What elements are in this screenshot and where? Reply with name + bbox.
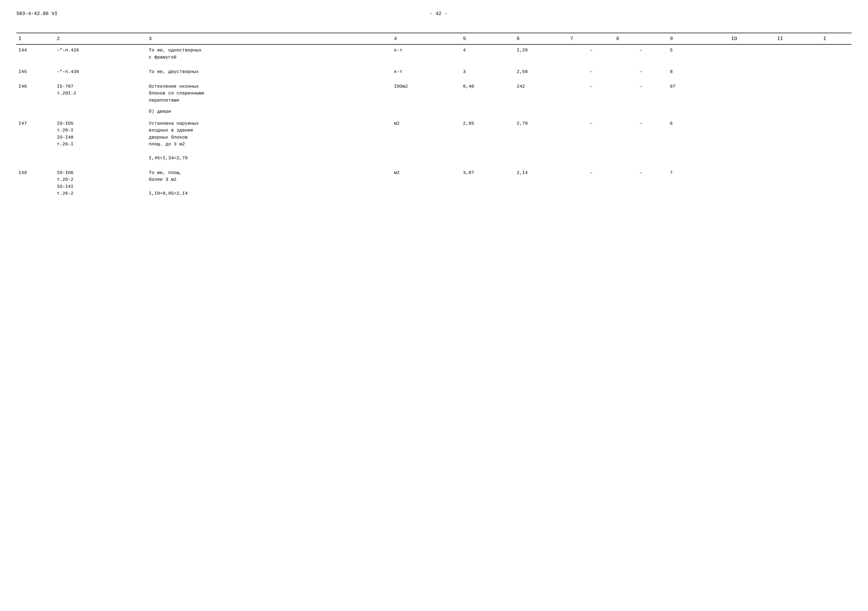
row-col11 <box>775 44 821 63</box>
row-col8: – <box>614 117 668 164</box>
row-col12 <box>821 78 852 106</box>
row-col7: – <box>568 63 614 78</box>
row-desc: Остекление оконныхблоков со спареннымипе… <box>147 78 392 106</box>
row-col10 <box>729 63 775 78</box>
row-col11 <box>775 63 821 78</box>
row-col12 <box>821 164 852 199</box>
row-col5: 4 <box>461 44 515 63</box>
row-col5: 0,40 <box>461 78 515 106</box>
row-unit: м2 <box>392 117 461 164</box>
row-col10 <box>729 117 775 164</box>
row-col6: 2,58 <box>515 63 568 78</box>
col-header-10: IO <box>729 33 775 44</box>
row-col10 <box>729 78 775 106</box>
row-col10 <box>729 44 775 63</box>
row-desc: То же, двустворных <box>147 63 392 78</box>
section-label: б) двери <box>147 106 392 117</box>
row-col5: 3 <box>461 63 515 78</box>
row-desc: Установка наружныхвходных в зданиедверны… <box>147 117 392 164</box>
row-id: I46 <box>16 78 55 106</box>
col-header-4: 4 <box>392 33 461 44</box>
row-col11 <box>775 117 821 164</box>
table-row: I47 IO-IO5 т.20-I IO-I40 т.26-I Установк… <box>16 117 852 164</box>
row-unit: к-т <box>392 44 461 63</box>
row-unit: м2 <box>392 164 461 199</box>
row-col9: 5 <box>668 44 729 63</box>
row-col9: 7 <box>668 164 729 199</box>
col-header-6: 6 <box>515 33 568 44</box>
row-col12 <box>821 117 852 164</box>
col-header-11: II <box>775 33 821 44</box>
row-col12 <box>821 63 852 78</box>
table-row: I48 IO-IO6 т.20-2 IO-I4I т.26-2 То же, п… <box>16 164 852 199</box>
row-ref: IO-IO6 т.20-2 IO-I4I т.26-2 <box>55 164 147 199</box>
row-col8: – <box>614 63 668 78</box>
header-center: - 42 - <box>429 11 447 16</box>
row-col8: – <box>614 164 668 199</box>
col-header-7: 7 <box>568 33 614 44</box>
row-col11 <box>775 78 821 106</box>
row-col5: 2,05 <box>461 117 515 164</box>
row-ref: IO-IO5 т.20-I IO-I40 т.26-I <box>55 117 147 164</box>
row-col10 <box>729 164 775 199</box>
header-left: 503-4-42.86 VI <box>16 11 57 16</box>
row-col8: – <box>614 44 668 63</box>
row-id: I47 <box>16 117 55 164</box>
table-row: I46 I5-707 т.20I-2 Остекление оконныхбло… <box>16 78 852 106</box>
col-header-9: 9 <box>668 33 729 44</box>
col-header-1: I <box>16 33 55 44</box>
row-desc: То же, площ.более 3 м2I,I9+0,95=2,I4 <box>147 164 392 199</box>
col-header-12: I <box>821 33 852 44</box>
column-headers: I 2 3 4 5 6 7 8 9 IO II I <box>16 33 852 44</box>
row-ref: I5-707 т.20I-2 <box>55 78 147 106</box>
row-col9: 6 <box>668 117 729 164</box>
row-col12 <box>821 44 852 63</box>
table-row: I44 –"–п.426 То же, однoстворныхс фрамуг… <box>16 44 852 63</box>
col-header-3: 3 <box>147 33 392 44</box>
section-label-row: б) двери <box>16 106 852 117</box>
row-col11 <box>775 164 821 199</box>
col-header-8: 8 <box>614 33 668 44</box>
row-col8: – <box>614 78 668 106</box>
row-col6: 242 <box>515 78 568 106</box>
col-header-2: 2 <box>55 33 147 44</box>
row-id: I44 <box>16 44 55 63</box>
row-col5: 3,07 <box>461 164 515 199</box>
page-header: 503-4-42.86 VI - 42 - placeholder <box>16 11 852 16</box>
table-row: I45 –"–п.436 То же, двустворных к-т 3 2,… <box>16 63 852 78</box>
row-id: I45 <box>16 63 55 78</box>
row-id: I48 <box>16 164 55 199</box>
row-desc: То же, однoстворныхс фрамугой <box>147 44 392 63</box>
col-header-5: 5 <box>461 33 515 44</box>
row-unit: к-т <box>392 63 461 78</box>
row-col9: 97 <box>668 78 729 106</box>
row-col6: I,29 <box>515 44 568 63</box>
row-ref: –"–п.426 <box>55 44 147 63</box>
main-table: I 2 3 4 5 6 7 8 9 IO II I I44 –"–п.426 Т… <box>16 33 852 199</box>
row-col7: – <box>568 78 614 106</box>
row-col6: 2,79 <box>515 117 568 164</box>
row-col6: 2,I4 <box>515 164 568 199</box>
row-ref: –"–п.436 <box>55 63 147 78</box>
row-col7: – <box>568 117 614 164</box>
row-col9: 8 <box>668 63 729 78</box>
row-col7: – <box>568 44 614 63</box>
row-col7: – <box>568 164 614 199</box>
row-unit: IOОм2 <box>392 78 461 106</box>
